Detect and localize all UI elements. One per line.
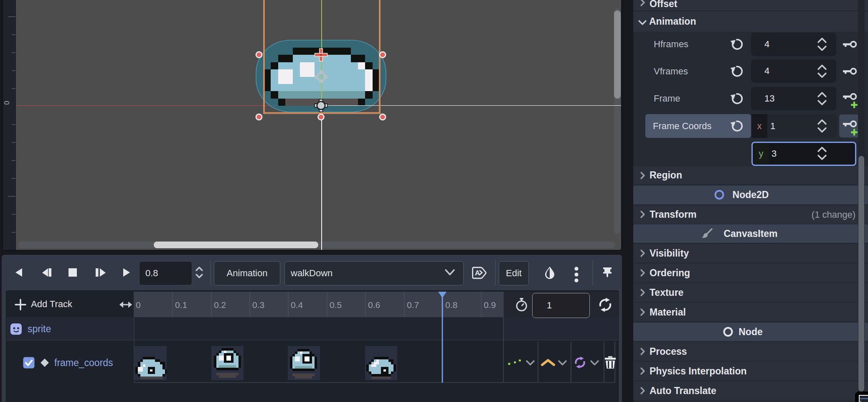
svg-text:0.7: 0.7 — [407, 300, 419, 310]
svg-text:0.2: 0.2 — [214, 300, 226, 310]
svg-text:A: A — [475, 269, 480, 277]
svg-text:0.3: 0.3 — [252, 300, 264, 310]
svg-text:0.9: 0.9 — [484, 300, 496, 310]
svg-text:0.5: 0.5 — [330, 300, 342, 310]
svg-text:0.1: 0.1 — [175, 300, 187, 310]
svg-text:0.8: 0.8 — [445, 300, 457, 310]
svg-text:0.4: 0.4 — [291, 300, 303, 310]
svg-text:0.6: 0.6 — [368, 300, 380, 310]
svg-text:0: 0 — [136, 300, 141, 310]
